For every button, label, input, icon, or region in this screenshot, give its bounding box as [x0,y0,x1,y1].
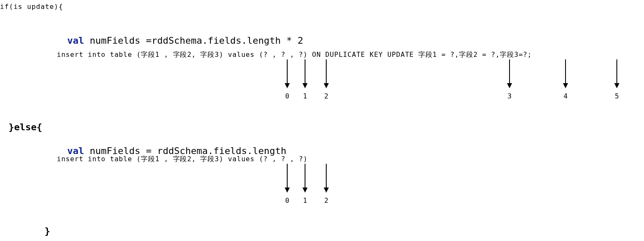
arrow-head-icon [285,188,290,193]
arrow-index-label: 5 [615,92,619,100]
arrow-index-label: 0 [285,196,289,205]
arrow-index-label: 4 [563,92,568,100]
arrow-head-icon [563,83,568,88]
arrow-head-icon [285,83,290,88]
arrow-head-icon [324,188,329,193]
arrow-head-icon [302,83,308,88]
arrow-head-icon [302,188,308,193]
arrow-index-label: 3 [507,92,512,100]
arrow-index-label: 0 [285,92,289,100]
arrow-index-label: 1 [303,92,307,100]
arrow-layer: 012345012 [0,0,644,241]
arrow-index-label: 2 [324,196,328,205]
arrow-head-icon [614,83,619,88]
arrow-index-label: 2 [324,92,328,100]
arrow-head-icon [507,83,512,88]
arrow-index-label: 1 [303,196,307,205]
arrow-head-icon [324,83,329,88]
